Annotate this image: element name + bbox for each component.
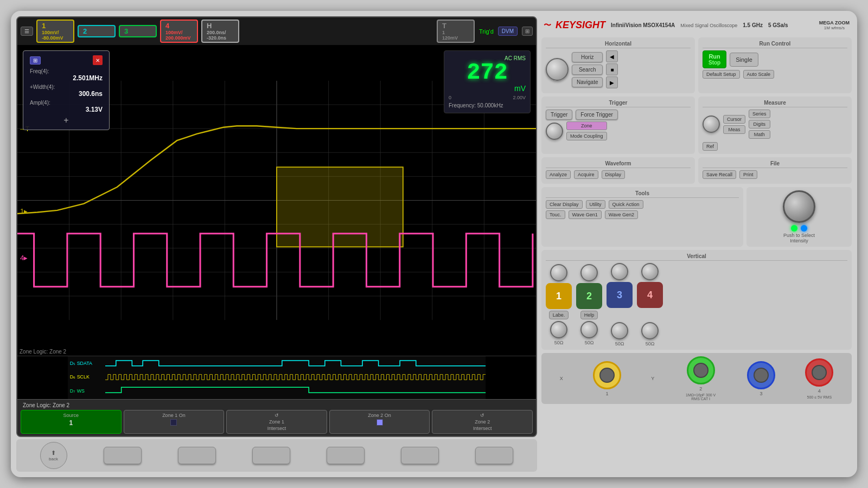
tools-buttons-row2: Touc. Wave Gen1 Wave Gen2 <box>546 210 739 219</box>
bnc-ch3[interactable] <box>747 361 775 389</box>
meas-button[interactable]: Meas <box>723 125 745 134</box>
trigger-title: Trigger <box>546 100 691 107</box>
meas-value-2: 300.6ns <box>30 90 103 98</box>
default-setup-button[interactable]: Default Setup <box>703 70 740 79</box>
svg-text:D₆ SCLK: D₆ SCLK <box>70 374 90 380</box>
vert-ch2-button[interactable]: 2 <box>576 283 602 309</box>
clear-display-button[interactable]: Clear Display <box>546 200 583 209</box>
dvm-frequency: Frequency: 50.000kHz <box>449 102 526 108</box>
math-button[interactable]: Math <box>749 130 770 139</box>
ch3-badge[interactable]: 3 <box>119 25 157 37</box>
meas-grid-icon[interactable]: ⊞ <box>30 56 41 65</box>
analyze-button[interactable]: Analyze <box>546 170 571 179</box>
ch3-ohm-label: 50Ω <box>615 341 624 346</box>
zone-source-button[interactable]: Source 1 <box>21 410 122 434</box>
ch4-badge[interactable]: 4 100mV/ 200.000mV <box>160 20 198 43</box>
horiz-button[interactable]: Horiz <box>572 52 603 62</box>
softkey-1[interactable] <box>104 447 142 464</box>
bnc-ch4[interactable] <box>805 358 833 387</box>
menu-button[interactable]: ☰ <box>21 27 33 36</box>
softkey-2[interactable] <box>178 447 216 464</box>
ch1-badge[interactable]: 1 100mV/ -80.00mV <box>36 20 74 43</box>
zone1-checkbox[interactable] <box>170 419 177 426</box>
trigger-level-knob[interactable] <box>546 123 563 140</box>
dvm-panel: AC RMS 272 mV 0 2.00V Frequency: 50.000k… <box>444 50 531 113</box>
wave-gen1-button[interactable]: Wave Gen1 <box>569 210 602 219</box>
wave-gen2-button[interactable]: Wave Gen2 <box>605 210 638 219</box>
nav-left[interactable]: ◀ <box>606 50 618 62</box>
zone1-intersect-button[interactable]: ↺ Zone 1 Intersect <box>226 410 327 434</box>
vert-ch1-button[interactable]: 1 <box>546 283 572 309</box>
label-button[interactable]: Labe. <box>549 311 569 319</box>
ref-button[interactable]: Ref <box>703 142 718 151</box>
horizontal-knob[interactable] <box>546 58 569 81</box>
vert-ch1-knob[interactable] <box>550 264 567 281</box>
dvm-button[interactable]: DVM <box>498 27 518 36</box>
zone2-intersect-button[interactable]: ↺ Zone 2 Intersect <box>432 410 533 434</box>
dvm-icon-button[interactable]: ⊞ <box>522 27 533 36</box>
horiz-badge[interactable]: H 200.0ns/ -320.0ns <box>201 20 239 43</box>
vert-ch3-button[interactable]: 3 <box>607 282 633 308</box>
ch2-badge[interactable]: 2 <box>78 25 116 37</box>
measure-knob[interactable] <box>703 115 720 133</box>
cursor-button[interactable]: Cursor <box>723 115 745 124</box>
tools-buttons-row1: Clear Display Utility Quick Action <box>546 200 739 209</box>
navigate-button[interactable]: Navigate <box>572 77 603 87</box>
mode-coupling-button[interactable]: Mode Coupling <box>566 132 607 140</box>
vert-ch4-pos-knob[interactable] <box>641 322 659 339</box>
vert-ch4-knob[interactable] <box>641 263 659 280</box>
print-button[interactable]: Print <box>739 170 757 179</box>
acquire-button[interactable]: Acquire <box>574 170 598 179</box>
trigger-button[interactable]: Trigger <box>546 110 572 120</box>
softkey-4[interactable] <box>327 447 365 464</box>
logo-area: 〜 KEYSIGHT <box>544 17 605 33</box>
connector-y-label: Y <box>651 376 654 381</box>
vert-ch2-pos-knob[interactable] <box>580 321 598 338</box>
zone1-intersect-label: ↺ <box>275 413 279 418</box>
bnc-ch1[interactable] <box>593 361 621 389</box>
zone2-checkbox[interactable] <box>376 419 383 426</box>
help-button[interactable]: Help <box>580 311 598 319</box>
series-button[interactable]: Series <box>749 110 770 118</box>
nav-right[interactable]: ▶ <box>606 76 618 88</box>
vert-ch3-pos-knob[interactable] <box>611 322 628 339</box>
softkey-6[interactable] <box>475 447 513 464</box>
vert-ch3-knob[interactable] <box>611 263 628 280</box>
measure-section: Measure Cursor Meas Series Digits Math R… <box>698 97 852 154</box>
zone-trigger-button[interactable]: Zone <box>566 121 607 130</box>
softkey-5[interactable] <box>401 447 439 464</box>
connector-ch2-label: 2 <box>699 386 702 391</box>
meas-add-button[interactable]: + <box>30 115 103 125</box>
mega-zoom-rate: 1M wfms/s <box>824 25 845 30</box>
vert-ch4-button[interactable]: 4 <box>637 282 663 308</box>
connector-x-label: X <box>560 376 563 381</box>
force-trigger-button[interactable]: Force Trigger <box>576 110 617 120</box>
measure-buttons: Cursor Meas <box>723 115 745 134</box>
run-stop-button[interactable]: Run Stop <box>703 50 726 68</box>
channel-headers: ☰ 1 100mV/ -80.00mV 2 3 4 100mV/ 200.000… <box>17 17 536 45</box>
save-recall-button[interactable]: Save Recall <box>703 170 736 179</box>
trig-badge[interactable]: T 1 120mV <box>437 20 475 43</box>
softkey-3[interactable] <box>252 447 290 464</box>
utility-button[interactable]: Utility <box>586 200 605 209</box>
single-button[interactable]: Single <box>730 53 758 67</box>
intensity-led-blue <box>801 225 807 232</box>
auto-scale-button[interactable]: Auto Scale <box>743 70 775 79</box>
osc-type: Mixed Signal Oscilloscope <box>680 23 737 28</box>
vert-ch1-pos-knob[interactable] <box>550 321 567 338</box>
nav-stop[interactable]: ■ <box>606 63 618 75</box>
trig-level: 120mV <box>442 35 458 41</box>
intensity-knob[interactable] <box>783 190 815 223</box>
back-button[interactable]: ⬆ back <box>40 442 67 469</box>
bnc-ch2[interactable] <box>687 356 715 384</box>
touch-button[interactable]: Touc. <box>546 210 565 219</box>
zone2-on-button[interactable]: Zone 2 On <box>329 410 430 434</box>
quick-action-button[interactable]: Quick Action <box>609 200 643 209</box>
zone1-on-button[interactable]: Zone 1 On <box>124 410 225 434</box>
search-button[interactable]: Search <box>572 65 603 75</box>
vert-ch2-knob[interactable] <box>580 264 598 281</box>
display-button[interactable]: Display <box>602 170 626 179</box>
meas-close-button[interactable]: ✕ <box>93 55 103 65</box>
digits-button[interactable]: Digits <box>749 120 770 129</box>
nav-arrows: ◀ ■ ▶ <box>606 50 618 88</box>
